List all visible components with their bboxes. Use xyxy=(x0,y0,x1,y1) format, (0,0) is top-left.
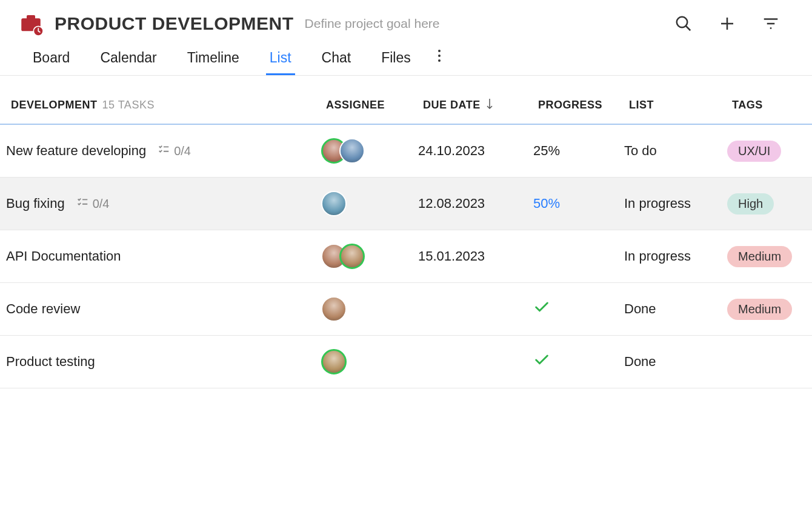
table-row[interactable]: API Documentation15.01.2023In progressMe… xyxy=(0,230,812,283)
project-title: PRODUCT DEVELOPMENT xyxy=(55,13,294,34)
project-goal-placeholder[interactable]: Define project goal here xyxy=(305,16,440,31)
svg-point-4 xyxy=(438,50,441,52)
assignee-avatar[interactable] xyxy=(339,244,365,269)
tag-badge[interactable]: High xyxy=(727,193,774,215)
task-cell: Bug fixing 0/4 xyxy=(6,196,321,212)
done-check-icon xyxy=(533,356,550,371)
add-icon[interactable] xyxy=(716,13,738,35)
list-status[interactable]: Done xyxy=(624,301,727,317)
tags-cell: High xyxy=(727,193,812,215)
table-header: DEVELOPMENT 15 TASKS ASSIGNEE DUE DATE P… xyxy=(0,76,812,125)
assignees-cell xyxy=(321,244,418,269)
task-title[interactable]: Product testing xyxy=(6,354,95,370)
done-check-icon xyxy=(533,304,550,319)
column-task: DEVELOPMENT 15 TASKS xyxy=(11,99,326,111)
tags-cell: UX/UI xyxy=(727,141,812,162)
due-date[interactable]: 12.08.2023 xyxy=(418,196,533,211)
due-date[interactable]: 15.01.2023 xyxy=(418,248,533,264)
subtask-count: 0/4 xyxy=(174,144,191,158)
task-cell: Product testing xyxy=(6,354,321,370)
tab-chat[interactable]: Chat xyxy=(318,46,355,75)
tag-badge[interactable]: UX/UI xyxy=(727,141,781,162)
tags-cell: Medium xyxy=(727,246,812,267)
column-due-label: DUE DATE xyxy=(423,99,481,111)
task-cell: New feature developing 0/4 xyxy=(6,143,321,159)
list-status[interactable]: Done xyxy=(624,354,727,370)
due-date[interactable]: 24.10.2023 xyxy=(418,143,533,159)
assignees-cell xyxy=(321,296,418,322)
subtask-indicator[interactable]: 0/4 xyxy=(76,196,110,212)
progress-cell[interactable]: 25% xyxy=(533,143,624,159)
task-title[interactable]: Bug fixing xyxy=(6,196,65,211)
assignee-avatar[interactable] xyxy=(321,191,347,216)
assignees-cell xyxy=(321,191,418,216)
group-name: DEVELOPMENT xyxy=(11,99,98,111)
svg-rect-1 xyxy=(27,15,35,19)
task-title[interactable]: Code review xyxy=(6,301,80,317)
task-cell: API Documentation xyxy=(6,248,321,264)
task-count: 15 TASKS xyxy=(102,99,155,111)
column-tags[interactable]: TAGS xyxy=(732,99,812,111)
list-status[interactable]: In progress xyxy=(624,196,727,211)
assignees-cell xyxy=(321,138,418,164)
assignee-avatar[interactable] xyxy=(321,349,347,374)
tab-timeline[interactable]: Timeline xyxy=(184,46,243,75)
svg-point-3 xyxy=(677,17,688,28)
tab-calendar[interactable]: Calendar xyxy=(96,46,160,75)
table-row[interactable]: Product testingDone xyxy=(0,336,812,388)
column-assignee[interactable]: ASSIGNEE xyxy=(326,99,423,111)
header-left: PRODUCT DEVELOPMENT Define project goal … xyxy=(18,11,440,36)
tabs-bar: BoardCalendarTimelineListChatFiles xyxy=(0,36,812,76)
table-row[interactable]: Code reviewDoneMedium xyxy=(0,283,812,336)
list-status[interactable]: In progress xyxy=(624,248,727,264)
more-tabs-icon[interactable] xyxy=(438,48,441,73)
tags-cell: Medium xyxy=(727,299,812,320)
assignee-avatar[interactable] xyxy=(321,296,347,322)
header-bar: PRODUCT DEVELOPMENT Define project goal … xyxy=(0,0,812,36)
column-due-date[interactable]: DUE DATE xyxy=(423,98,538,113)
task-cell: Code review xyxy=(6,301,321,317)
tag-badge[interactable]: Medium xyxy=(727,299,792,320)
task-title[interactable]: New feature developing xyxy=(6,143,146,159)
tab-files[interactable]: Files xyxy=(378,46,414,75)
header-actions xyxy=(673,13,794,35)
tab-list[interactable]: List xyxy=(266,46,295,75)
task-title[interactable]: API Documentation xyxy=(6,248,121,264)
assignees-cell xyxy=(321,349,418,374)
filter-icon[interactable] xyxy=(760,13,782,35)
svg-point-5 xyxy=(438,55,441,57)
checklist-icon xyxy=(157,143,170,159)
progress-cell[interactable] xyxy=(533,299,624,319)
assignee-avatar[interactable] xyxy=(339,138,365,164)
tag-badge[interactable]: Medium xyxy=(727,246,792,267)
sort-arrow-down-icon xyxy=(485,98,494,113)
task-rows: New feature developing 0/424.10.202325%T… xyxy=(0,125,812,388)
progress-cell[interactable]: 50% xyxy=(533,196,624,211)
progress-cell[interactable] xyxy=(533,351,624,372)
table-row[interactable]: New feature developing 0/424.10.202325%T… xyxy=(0,125,812,178)
svg-point-6 xyxy=(438,59,441,62)
column-list[interactable]: LIST xyxy=(629,99,732,111)
checklist-icon xyxy=(76,196,89,212)
subtask-indicator[interactable]: 0/4 xyxy=(157,143,191,159)
project-logo-icon xyxy=(18,11,44,36)
search-icon[interactable] xyxy=(673,13,694,35)
table-row[interactable]: Bug fixing 0/412.08.202350%In progressHi… xyxy=(0,178,812,230)
column-progress[interactable]: PROGRESS xyxy=(538,99,629,111)
list-status[interactable]: To do xyxy=(624,143,727,159)
tab-board[interactable]: Board xyxy=(29,46,73,75)
subtask-count: 0/4 xyxy=(93,197,110,211)
